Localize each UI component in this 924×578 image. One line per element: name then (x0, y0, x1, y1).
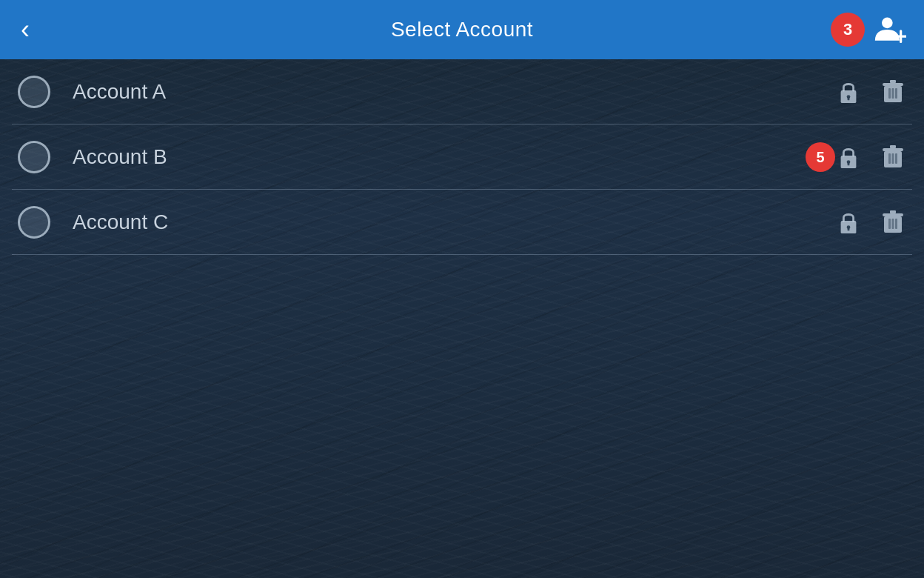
main-content: Account A (0, 59, 924, 578)
header-actions: 3 (831, 10, 909, 49)
back-icon: ‹ (21, 16, 30, 43)
account-name-a: Account A (73, 80, 835, 104)
svg-rect-10 (892, 88, 894, 99)
radio-button-a[interactable] (18, 76, 50, 108)
account-b-badge: 5 (806, 142, 835, 172)
back-button[interactable]: ‹ (15, 10, 36, 49)
notification-count-badge: 3 (831, 13, 865, 47)
lock-icon-a[interactable] (835, 79, 862, 104)
radio-button-c[interactable] (18, 206, 50, 239)
account-list: Account A (0, 59, 924, 255)
svg-point-0 (882, 18, 893, 29)
delete-button-a[interactable] (880, 80, 906, 104)
svg-rect-27 (888, 219, 891, 229)
svg-rect-5 (848, 97, 850, 101)
svg-rect-14 (848, 162, 850, 166)
svg-rect-18 (888, 153, 891, 164)
account-name-b: Account B (73, 145, 794, 169)
add-user-button[interactable] (871, 10, 909, 49)
svg-rect-23 (848, 227, 850, 231)
add-user-icon (874, 13, 906, 46)
lock-icon-c[interactable] (835, 210, 862, 235)
account-row-c[interactable]: Account C (0, 190, 924, 255)
page-title: Select Account (391, 18, 533, 41)
svg-rect-7 (883, 83, 903, 86)
svg-rect-11 (895, 88, 897, 99)
delete-button-c[interactable] (880, 210, 906, 234)
account-row-b[interactable]: Account B 5 (0, 124, 924, 190)
radio-button-b[interactable] (18, 141, 50, 173)
svg-rect-17 (890, 145, 896, 148)
svg-rect-25 (883, 213, 903, 216)
svg-rect-16 (883, 148, 903, 151)
svg-rect-9 (888, 88, 891, 99)
account-name-c: Account C (73, 210, 835, 234)
svg-rect-29 (895, 219, 897, 229)
svg-rect-8 (890, 80, 896, 83)
account-row-a[interactable]: Account A (0, 59, 924, 124)
app-header: ‹ Select Account 3 (0, 0, 924, 59)
svg-rect-20 (895, 153, 897, 164)
lock-icon-b[interactable] (835, 144, 862, 170)
svg-rect-19 (892, 153, 894, 164)
delete-button-b[interactable] (880, 145, 906, 169)
svg-rect-28 (892, 219, 894, 229)
svg-rect-26 (890, 210, 896, 213)
